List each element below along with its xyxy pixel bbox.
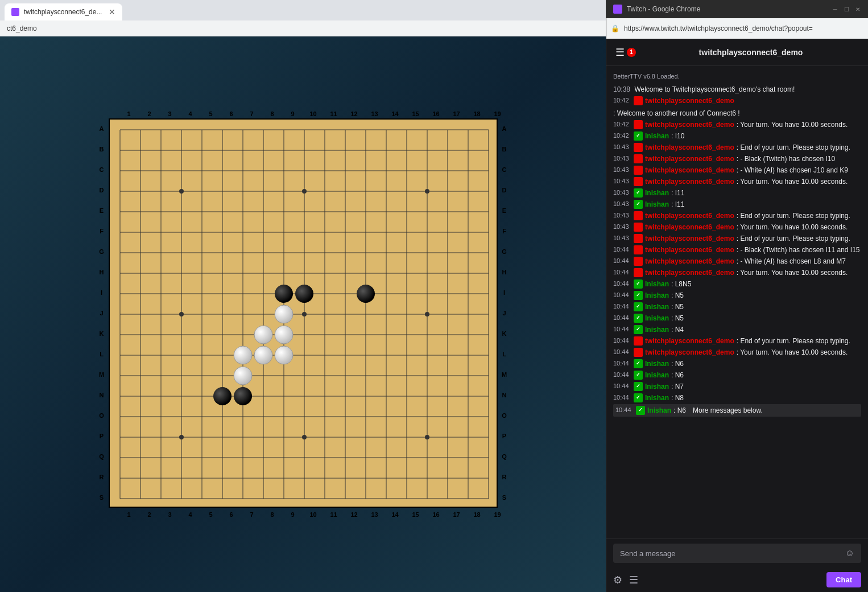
window-controls: ─ ☐ ✕ — [832, 6, 861, 13]
row-labels-right: A B C D E F G H I J K L M N O P Q R S — [499, 118, 510, 508]
row-labels-left: A B C D E F G H I J K L M N O P Q R S — [96, 118, 108, 508]
chat-message: 10:43 ✓ Inishan : I11 — [613, 188, 861, 198]
chat-message: 10:44 ✓ Inishan : N6 — [613, 370, 861, 380]
svg-point-44 — [425, 312, 429, 316]
broadcaster-badge — [634, 166, 643, 175]
check-badge: ✓ — [634, 325, 643, 334]
page-title-bar: ct6_demo — [0, 20, 606, 36]
chat-message: 10:44 twitchplaysconnect6_demo : Your tu… — [613, 268, 861, 278]
minimize-button[interactable]: ─ — [832, 6, 838, 13]
page-title: ct6_demo — [7, 24, 37, 32]
broadcaster-badge — [634, 143, 643, 152]
twitch-chat-panel: Twitch - Google Chrome ─ ☐ ✕ 🔒 https://w… — [606, 0, 868, 592]
twitch-favicon — [613, 5, 622, 14]
chat-message: 10:44 ✓ Inishan : N5 — [613, 290, 861, 301]
svg-point-41 — [425, 189, 429, 194]
chat-message: 10:43 twitchplaysconnect6_demo : End of … — [613, 142, 861, 153]
browser-tab[interactable]: twitchplaysconnect6_de... ✕ — [5, 3, 122, 20]
close-button[interactable]: ✕ — [854, 6, 861, 13]
chat-message: 10:44 ✓ Inishan : N7 — [613, 381, 861, 392]
chat-send-button[interactable]: Chat — [826, 572, 861, 587]
broadcaster-badge — [634, 223, 643, 232]
twitch-url-bar: 🔒 https://www.twitch.tv/twitchplaysconne… — [606, 18, 868, 39]
check-badge: ✓ — [634, 291, 643, 300]
chat-message: 10:44 ✓ Inishan : L8N5 — [613, 279, 861, 289]
list-icon[interactable]: ☰ — [629, 574, 638, 586]
tab-close-button[interactable]: ✕ — [109, 7, 115, 17]
check-badge: ✓ — [634, 188, 643, 198]
svg-point-45 — [179, 435, 184, 439]
stone-white-j9 — [275, 305, 293, 323]
chat-message: 10:43 twitchplaysconnect6_demo : - White… — [613, 165, 861, 175]
chat-message: 10:44 twitchplaysconnect6_demo : Your tu… — [613, 347, 861, 357]
chat-input-field[interactable] — [620, 549, 841, 558]
more-messages-text: More messages below. — [693, 405, 763, 416]
chat-footer: ⚙ ☰ Chat — [606, 568, 868, 592]
check-badge: ✓ — [634, 371, 643, 380]
stone-white-l8 — [254, 346, 272, 364]
chat-room-title: twitchplaysconnect6_demo — [643, 48, 859, 57]
chat-message: 10:44 ✓ Inishan : N5 — [613, 302, 861, 312]
chat-message: 10:44 ✓ Inishan : N5 — [613, 313, 861, 323]
check-badge: ✓ — [634, 279, 643, 289]
maximize-button[interactable]: ☐ — [843, 6, 850, 13]
svg-point-47 — [425, 435, 429, 439]
tab-title: twitchplaysconnect6_de... — [24, 8, 102, 16]
check-badge: ✓ — [634, 393, 643, 402]
tab-favicon — [11, 8, 19, 16]
svg-point-42 — [179, 312, 184, 316]
check-badge: ✓ — [634, 302, 643, 311]
stone-black-n7 — [234, 387, 252, 405]
system-welcome: 10:38 Welcome to Twitchplaysconnect6_dem… — [613, 85, 861, 93]
stone-white-k8 — [254, 326, 272, 344]
chat-message: 10:43 twitchplaysconnect6_demo : Your tu… — [613, 222, 861, 232]
stone-white-m7 — [234, 367, 252, 385]
chat-message: 10:43 twitchplaysconnect6_demo : Your tu… — [613, 176, 861, 187]
left-browser-panel: twitchplaysconnect6_de... ✕ ct6_demo 1 2… — [0, 0, 606, 592]
svg-point-39 — [179, 189, 184, 194]
svg-point-46 — [302, 435, 307, 439]
broadcaster-badge — [634, 154, 643, 163]
chat-message: 10:44 ✓ Inishan : N4 — [613, 324, 861, 335]
check-badge: ✓ — [636, 406, 645, 415]
go-board[interactable] — [109, 118, 498, 508]
stone-white-l7 — [234, 346, 252, 364]
broadcaster-badge — [634, 177, 643, 186]
check-badge: ✓ — [634, 314, 643, 323]
chat-message: 10:44 ✓ Inishan : N6 — [613, 359, 861, 369]
footer-left-controls: ⚙ ☰ — [613, 574, 638, 586]
broadcaster-badge — [634, 268, 643, 277]
chat-messages-area[interactable]: BetterTTV v6.8 Loaded. 10:38 Welcome to … — [606, 66, 868, 538]
settings-icon[interactable]: ⚙ — [613, 574, 622, 586]
check-badge: ✓ — [634, 382, 643, 391]
chat-message: 10:44 twitchplaysconnect6_demo : - White… — [613, 256, 861, 266]
chat-message: 10:44 twitchplaysconnect6_demo : - Black… — [613, 245, 861, 255]
url-display[interactable]: https://www.twitch.tv/twitchplaysconnect… — [624, 24, 813, 32]
chat-header: ☰ 1 twitchplaysconnect6_demo — [606, 39, 868, 66]
notification-badge: 1 — [627, 48, 636, 57]
lock-icon: 🔒 — [611, 24, 619, 32]
chat-message: 10:42 twitchplaysconnect6_demo : Your tu… — [613, 120, 861, 130]
check-badge: ✓ — [634, 131, 643, 141]
svg-point-40 — [302, 189, 307, 194]
browser-tab-bar: twitchplaysconnect6_de... ✕ — [0, 0, 606, 20]
broadcaster-badge — [634, 96, 643, 105]
chat-message: 10:42 twitchplaysconnect6_demo : Welcome… — [613, 96, 861, 118]
menu-icon[interactable]: ☰ — [615, 46, 625, 59]
board-wrapper: 1 2 3 4 5 6 7 8 9 10 11 12 13 14 15 16 1… — [109, 118, 498, 510]
col-labels-bottom: 1 2 3 4 5 6 7 8 9 10 11 12 13 14 15 16 1… — [119, 509, 508, 520]
stone-black-i13 — [357, 285, 375, 303]
chat-message: 10:42 ✓ Inishan : I10 — [613, 131, 861, 141]
board-container: 1 2 3 4 5 6 7 8 9 10 11 12 13 14 15 16 1… — [0, 36, 606, 592]
chat-message: 10:43 twitchplaysconnect6_demo : End of … — [613, 211, 861, 221]
chat-message: 10:44 ✓ Inishan : N8 — [613, 393, 861, 403]
broadcaster-badge — [634, 257, 643, 266]
broadcaster-badge — [634, 348, 643, 357]
broadcaster-badge — [634, 211, 643, 220]
emote-button[interactable]: ☺ — [845, 548, 854, 558]
col-labels-top: 1 2 3 4 5 6 7 8 9 10 11 12 13 14 15 16 1… — [119, 108, 508, 120]
broadcaster-badge — [634, 234, 643, 243]
stone-white-l9 — [275, 346, 293, 364]
stone-black-n6 — [213, 387, 232, 405]
svg-point-43 — [302, 312, 307, 316]
